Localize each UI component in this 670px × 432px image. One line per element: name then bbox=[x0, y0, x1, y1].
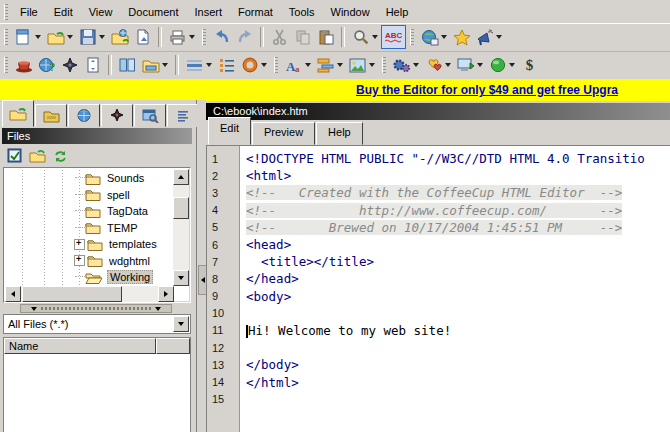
tree-item-label[interactable]: spell bbox=[105, 189, 132, 201]
menu-format[interactable]: Format bbox=[230, 3, 281, 21]
combobox-dropdown-button[interactable] bbox=[173, 316, 189, 332]
link-wheel-button[interactable] bbox=[238, 54, 261, 76]
folder-view-dropdown[interactable] bbox=[162, 63, 168, 67]
horizontal-rule-button[interactable] bbox=[183, 54, 206, 76]
menu-help[interactable]: Help bbox=[378, 3, 417, 21]
split-view-button[interactable] bbox=[116, 54, 139, 76]
fit-page-button[interactable] bbox=[81, 54, 104, 76]
code-text[interactable]: <!-- http://www.coffeecup.com/ --> bbox=[246, 203, 622, 218]
gears-dropdown[interactable] bbox=[413, 63, 419, 67]
tree-item-label[interactable]: Working bbox=[107, 270, 153, 284]
code-line-15[interactable]: 15 bbox=[207, 391, 670, 408]
open-folder-button[interactable] bbox=[29, 148, 46, 165]
sidebar-tab-search[interactable] bbox=[134, 104, 166, 127]
menu-file[interactable]: File bbox=[12, 3, 46, 21]
tree-item-label[interactable]: TEMP bbox=[105, 222, 140, 234]
code-text[interactable]: </html> bbox=[246, 375, 299, 390]
code-line-4[interactable]: 4<!-- http://www.coffeecup.com/ --> bbox=[207, 202, 670, 219]
code-text[interactable]: <head> bbox=[246, 237, 291, 252]
toolbar-gripper[interactable] bbox=[202, 29, 206, 45]
code-line-14[interactable]: 14</html> bbox=[207, 373, 670, 390]
panel-splitter-handle[interactable] bbox=[20, 304, 172, 313]
sidebar-tab-web[interactable] bbox=[68, 104, 100, 127]
gears-button[interactable] bbox=[390, 54, 413, 76]
expand-plus-box[interactable] bbox=[74, 255, 85, 266]
cards-button[interactable] bbox=[422, 54, 445, 76]
redo-button[interactable] bbox=[233, 26, 256, 48]
announce-dropdown[interactable] bbox=[496, 35, 502, 39]
code-line-5[interactable]: 5<!-- Brewed on 10/17/2004 1:45:51 PM --… bbox=[207, 219, 670, 236]
horizontal-rule-dropdown[interactable] bbox=[206, 63, 212, 67]
image-button[interactable] bbox=[346, 54, 369, 76]
code-line-12[interactable]: 12 bbox=[207, 339, 670, 356]
favorites-button[interactable] bbox=[450, 26, 473, 48]
tree-horizontal-scrollbar[interactable] bbox=[5, 286, 174, 302]
tab-preview[interactable]: Preview bbox=[252, 122, 315, 145]
open-file-button[interactable] bbox=[44, 26, 67, 48]
paste-button[interactable] bbox=[314, 26, 337, 48]
mascot-button[interactable] bbox=[58, 54, 81, 76]
code-text[interactable]: <title></title> bbox=[246, 254, 374, 269]
publish-dropdown[interactable] bbox=[477, 63, 483, 67]
tree-item-label[interactable]: Sounds bbox=[105, 172, 146, 184]
sidebar-splitter[interactable] bbox=[197, 100, 206, 432]
scroll-left-button[interactable] bbox=[5, 286, 21, 302]
code-line-10[interactable]: 10 bbox=[207, 305, 670, 322]
code-text[interactable]: <html> bbox=[246, 168, 291, 183]
font-button[interactable]: Aa bbox=[282, 54, 305, 76]
toolbar-gripper[interactable] bbox=[382, 57, 386, 73]
dollar-button[interactable]: $ bbox=[518, 54, 541, 76]
print-dropdown[interactable] bbox=[189, 35, 195, 39]
menu-edit[interactable]: Edit bbox=[46, 3, 81, 21]
tree-item-temp[interactable]: TEMP bbox=[4, 220, 159, 237]
format-block-button[interactable] bbox=[314, 54, 337, 76]
font-dropdown[interactable] bbox=[305, 63, 311, 67]
tab-edit[interactable]: Edit bbox=[208, 117, 251, 145]
cut-button[interactable] bbox=[268, 26, 291, 48]
code-text[interactable]: <!-- Created with the CoffeeCup HTML Edi… bbox=[246, 185, 622, 200]
code-line-7[interactable]: 7 <title></title> bbox=[207, 253, 670, 270]
tree-item-sounds[interactable]: Sounds bbox=[4, 170, 159, 187]
menu-tools[interactable]: Tools bbox=[281, 3, 323, 21]
print-button[interactable] bbox=[166, 26, 189, 48]
code-line-13[interactable]: 13</body> bbox=[207, 356, 670, 373]
file-filter-combobox[interactable]: All Files (*.*) bbox=[3, 314, 191, 334]
ad-banner-link[interactable]: Buy the Editor for only $49 and get free… bbox=[356, 83, 618, 97]
save-to-web-button[interactable] bbox=[131, 26, 154, 48]
code-line-8[interactable]: 8</head> bbox=[207, 270, 670, 287]
folder-tree[interactable]: SoundsspellTagDataTEMPtemplateswdghtmlWo… bbox=[3, 167, 191, 303]
browser-preview-button[interactable] bbox=[418, 26, 441, 48]
tree-vertical-scrollbar[interactable] bbox=[173, 169, 189, 286]
spell-check-button[interactable]: ABC bbox=[381, 25, 406, 49]
code-editor[interactable]: 1<!DOCTYPE HTML PUBLIC "-//W3C//DTD HTML… bbox=[206, 145, 670, 432]
scroll-thumb[interactable] bbox=[173, 197, 189, 219]
website-dropdown[interactable] bbox=[509, 63, 515, 67]
code-line-3[interactable]: 3<!-- Created with the CoffeeCup HTML Ed… bbox=[207, 184, 670, 201]
tree-item-label[interactable]: templates bbox=[107, 238, 159, 250]
expand-plus-box[interactable] bbox=[74, 239, 85, 250]
sidebar-tab-files[interactable] bbox=[2, 100, 34, 127]
help-globe-button[interactable]: ? bbox=[35, 54, 58, 76]
code-line-11[interactable]: 11Hi! Welcome to my web site! bbox=[207, 322, 670, 339]
tree-item-tagdata[interactable]: TagData bbox=[4, 203, 159, 220]
toolbar-gripper[interactable] bbox=[4, 29, 8, 45]
scroll-right-button[interactable] bbox=[158, 286, 174, 302]
format-block-dropdown[interactable] bbox=[337, 63, 343, 67]
code-text[interactable]: <!DOCTYPE HTML PUBLIC "-//W3C//DTD HTML … bbox=[246, 151, 645, 166]
code-text[interactable]: Hi! Welcome to my web site! bbox=[246, 323, 451, 338]
tab-help[interactable]: Help bbox=[316, 122, 363, 145]
scroll-thumb[interactable] bbox=[22, 286, 122, 302]
code-line-9[interactable]: 9<body> bbox=[207, 288, 670, 305]
publish-button[interactable] bbox=[454, 54, 477, 76]
sidebar-tab-snippets[interactable] bbox=[101, 104, 133, 127]
announce-button[interactable] bbox=[473, 26, 496, 48]
save-dropdown[interactable] bbox=[99, 35, 105, 39]
scroll-down-button[interactable] bbox=[173, 270, 189, 286]
save-button[interactable] bbox=[76, 26, 99, 48]
undo-button[interactable] bbox=[210, 26, 233, 48]
toolbar-gripper[interactable] bbox=[274, 57, 278, 73]
tree-item-wdghtml[interactable]: wdghtml bbox=[4, 253, 159, 270]
tree-item-label[interactable]: TagData bbox=[105, 205, 150, 217]
toolbar-gripper[interactable] bbox=[4, 4, 8, 20]
refresh-button[interactable] bbox=[52, 148, 69, 165]
